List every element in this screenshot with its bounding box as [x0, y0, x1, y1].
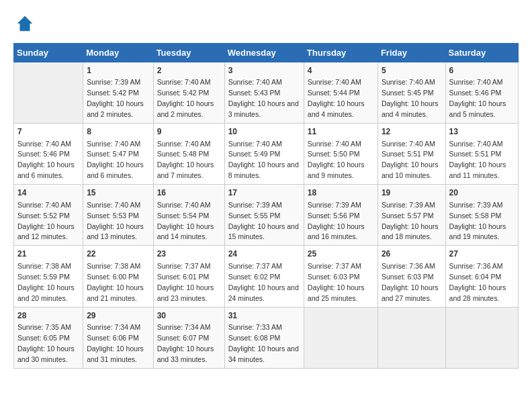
- calendar-cell: 9Sunrise: 7:40 AMSunset: 5:48 PMDaylight…: [153, 124, 224, 185]
- header-row: SundayMondayTuesdayWednesdayThursdayFrid…: [14, 44, 519, 62]
- cell-info: Sunrise: 7:40 AMSunset: 5:49 PMDaylight:…: [228, 140, 299, 180]
- cell-info: Sunrise: 7:39 AMSunset: 5:58 PMDaylight:…: [449, 201, 506, 241]
- calendar-cell: [378, 307, 445, 368]
- calendar-cell: 15Sunrise: 7:40 AMSunset: 5:53 PMDayligh…: [83, 185, 153, 246]
- calendar-cell: 27Sunrise: 7:36 AMSunset: 6:04 PMDayligh…: [445, 246, 518, 307]
- calendar-cell: 24Sunrise: 7:37 AMSunset: 6:02 PMDayligh…: [224, 246, 304, 307]
- calendar-table: SundayMondayTuesdayWednesdayThursdayFrid…: [13, 43, 519, 369]
- cell-info: Sunrise: 7:39 AMSunset: 5:42 PMDaylight:…: [87, 78, 144, 118]
- day-number: 8: [87, 126, 149, 138]
- cell-info: Sunrise: 7:40 AMSunset: 5:51 PMDaylight:…: [449, 140, 506, 180]
- calendar-cell: 16Sunrise: 7:40 AMSunset: 5:54 PMDayligh…: [153, 185, 224, 246]
- cell-info: Sunrise: 7:40 AMSunset: 5:50 PMDaylight:…: [308, 140, 365, 180]
- week-row-5: 28Sunrise: 7:35 AMSunset: 6:05 PMDayligh…: [14, 307, 519, 368]
- calendar-cell: 10Sunrise: 7:40 AMSunset: 5:49 PMDayligh…: [224, 124, 304, 185]
- calendar-cell: 3Sunrise: 7:40 AMSunset: 5:43 PMDaylight…: [224, 62, 304, 124]
- cell-info: Sunrise: 7:40 AMSunset: 5:44 PMDaylight:…: [308, 78, 365, 118]
- week-row-1: 1Sunrise: 7:39 AMSunset: 5:42 PMDaylight…: [14, 62, 519, 124]
- cell-info: Sunrise: 7:36 AMSunset: 6:03 PMDaylight:…: [382, 262, 439, 302]
- calendar-cell: [445, 307, 518, 368]
- calendar-cell: 25Sunrise: 7:37 AMSunset: 6:03 PMDayligh…: [304, 246, 378, 307]
- day-number: 4: [308, 65, 374, 77]
- day-number: 12: [382, 126, 442, 138]
- cell-info: Sunrise: 7:35 AMSunset: 6:05 PMDaylight:…: [17, 323, 75, 363]
- cell-info: Sunrise: 7:40 AMSunset: 5:48 PMDaylight:…: [157, 140, 214, 180]
- day-number: 2: [157, 65, 221, 77]
- header-cell-monday: Monday: [83, 44, 153, 62]
- header-cell-sunday: Sunday: [14, 44, 83, 62]
- day-number: 23: [157, 248, 221, 260]
- cell-info: Sunrise: 7:40 AMSunset: 5:54 PMDaylight:…: [157, 201, 214, 241]
- day-number: 14: [17, 187, 79, 199]
- page-header: [13, 13, 519, 36]
- calendar-cell: 18Sunrise: 7:39 AMSunset: 5:56 PMDayligh…: [304, 185, 378, 246]
- cell-info: Sunrise: 7:37 AMSunset: 6:02 PMDaylight:…: [228, 262, 299, 302]
- cell-info: Sunrise: 7:37 AMSunset: 6:03 PMDaylight:…: [308, 262, 365, 302]
- day-number: 27: [449, 248, 515, 260]
- day-number: 11: [308, 126, 374, 138]
- cell-info: Sunrise: 7:40 AMSunset: 5:47 PMDaylight:…: [87, 140, 144, 180]
- calendar-cell: [304, 307, 378, 368]
- calendar-cell: 7Sunrise: 7:40 AMSunset: 5:46 PMDaylight…: [14, 124, 83, 185]
- day-number: 18: [308, 187, 374, 199]
- calendar-cell: 13Sunrise: 7:40 AMSunset: 5:51 PMDayligh…: [445, 124, 518, 185]
- week-row-4: 21Sunrise: 7:38 AMSunset: 5:59 PMDayligh…: [14, 246, 519, 307]
- cell-info: Sunrise: 7:40 AMSunset: 5:43 PMDaylight:…: [228, 78, 299, 118]
- cell-info: Sunrise: 7:40 AMSunset: 5:51 PMDaylight:…: [382, 140, 439, 180]
- week-row-2: 7Sunrise: 7:40 AMSunset: 5:46 PMDaylight…: [14, 124, 519, 185]
- day-number: 25: [308, 248, 374, 260]
- header-cell-wednesday: Wednesday: [224, 44, 304, 62]
- logo-icon: [15, 13, 35, 34]
- day-number: 13: [449, 126, 515, 138]
- calendar-cell: 11Sunrise: 7:40 AMSunset: 5:50 PMDayligh…: [304, 124, 378, 185]
- day-number: 1: [87, 65, 149, 77]
- calendar-cell: 12Sunrise: 7:40 AMSunset: 5:51 PMDayligh…: [378, 124, 445, 185]
- svg-marker-0: [17, 16, 33, 32]
- header-cell-thursday: Thursday: [304, 44, 378, 62]
- calendar-cell: 31Sunrise: 7:33 AMSunset: 6:08 PMDayligh…: [224, 307, 304, 368]
- calendar-cell: 20Sunrise: 7:39 AMSunset: 5:58 PMDayligh…: [445, 185, 518, 246]
- day-number: 9: [157, 126, 221, 138]
- calendar-cell: 2Sunrise: 7:40 AMSunset: 5:42 PMDaylight…: [153, 62, 224, 124]
- cell-info: Sunrise: 7:37 AMSunset: 6:01 PMDaylight:…: [157, 262, 214, 302]
- day-number: 7: [17, 126, 79, 138]
- cell-info: Sunrise: 7:39 AMSunset: 5:56 PMDaylight:…: [308, 201, 365, 241]
- cell-info: Sunrise: 7:40 AMSunset: 5:46 PMDaylight:…: [449, 78, 506, 118]
- header-cell-friday: Friday: [378, 44, 445, 62]
- week-row-3: 14Sunrise: 7:40 AMSunset: 5:52 PMDayligh…: [14, 185, 519, 246]
- calendar-cell: 4Sunrise: 7:40 AMSunset: 5:44 PMDaylight…: [304, 62, 378, 124]
- cell-info: Sunrise: 7:38 AMSunset: 6:00 PMDaylight:…: [87, 262, 144, 302]
- header-cell-saturday: Saturday: [445, 44, 518, 62]
- day-number: 29: [87, 310, 149, 322]
- day-number: 20: [449, 187, 515, 199]
- cell-info: Sunrise: 7:40 AMSunset: 5:52 PMDaylight:…: [17, 201, 75, 241]
- day-number: 19: [382, 187, 442, 199]
- calendar-cell: 5Sunrise: 7:40 AMSunset: 5:45 PMDaylight…: [378, 62, 445, 124]
- calendar-cell: 1Sunrise: 7:39 AMSunset: 5:42 PMDaylight…: [83, 62, 153, 124]
- day-number: 6: [449, 65, 515, 77]
- calendar-cell: 28Sunrise: 7:35 AMSunset: 6:05 PMDayligh…: [14, 307, 83, 368]
- day-number: 21: [17, 248, 79, 260]
- calendar-cell: 23Sunrise: 7:37 AMSunset: 6:01 PMDayligh…: [153, 246, 224, 307]
- calendar-cell: 8Sunrise: 7:40 AMSunset: 5:47 PMDaylight…: [83, 124, 153, 185]
- calendar-cell: 14Sunrise: 7:40 AMSunset: 5:52 PMDayligh…: [14, 185, 83, 246]
- day-number: 28: [17, 310, 79, 322]
- calendar-cell: 22Sunrise: 7:38 AMSunset: 6:00 PMDayligh…: [83, 246, 153, 307]
- day-number: 3: [228, 65, 300, 77]
- cell-info: Sunrise: 7:40 AMSunset: 5:42 PMDaylight:…: [157, 78, 214, 118]
- day-number: 30: [157, 310, 221, 322]
- calendar-cell: 19Sunrise: 7:39 AMSunset: 5:57 PMDayligh…: [378, 185, 445, 246]
- cell-info: Sunrise: 7:34 AMSunset: 6:06 PMDaylight:…: [87, 323, 144, 363]
- day-number: 17: [228, 187, 300, 199]
- calendar-cell: 30Sunrise: 7:34 AMSunset: 6:07 PMDayligh…: [153, 307, 224, 368]
- calendar-cell: 17Sunrise: 7:39 AMSunset: 5:55 PMDayligh…: [224, 185, 304, 246]
- cell-info: Sunrise: 7:39 AMSunset: 5:55 PMDaylight:…: [228, 201, 299, 241]
- cell-info: Sunrise: 7:36 AMSunset: 6:04 PMDaylight:…: [449, 262, 506, 302]
- day-number: 15: [87, 187, 149, 199]
- cell-info: Sunrise: 7:39 AMSunset: 5:57 PMDaylight:…: [382, 201, 439, 241]
- cell-info: Sunrise: 7:34 AMSunset: 6:07 PMDaylight:…: [157, 323, 214, 363]
- day-number: 24: [228, 248, 300, 260]
- header-cell-tuesday: Tuesday: [153, 44, 224, 62]
- day-number: 16: [157, 187, 221, 199]
- cell-info: Sunrise: 7:40 AMSunset: 5:45 PMDaylight:…: [382, 78, 439, 118]
